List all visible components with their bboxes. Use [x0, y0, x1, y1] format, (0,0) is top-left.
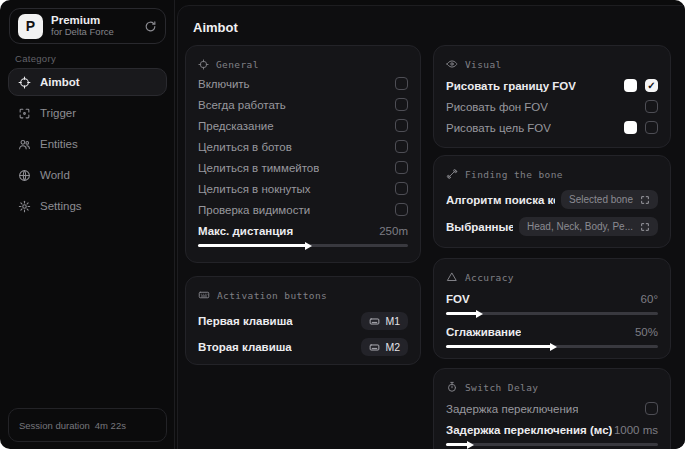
- checkbox[interactable]: ✓: [395, 140, 408, 153]
- app-window: P Premium for Delta Force Category Aimbo…: [0, 0, 685, 449]
- check-icon: ✓: [647, 81, 655, 91]
- keyboard-icon: [198, 289, 210, 301]
- toggle-row: Включить ✓: [198, 73, 408, 94]
- product-subtitle: for Delta Force: [51, 27, 136, 38]
- sidebar-item-label: Entities: [40, 138, 78, 150]
- toggle-label: Предсказание: [198, 120, 274, 132]
- visual-label: Рисовать границу FOV: [446, 80, 576, 92]
- bone-row: Алгоритм поиска кост Selected bone: [446, 186, 658, 213]
- toggle-label: Включить: [198, 78, 250, 90]
- slider-thumb[interactable]: [550, 343, 557, 351]
- slider-thumb[interactable]: [305, 242, 312, 250]
- card-title: Accuracy: [465, 272, 514, 283]
- session-label: Session duration: [19, 420, 90, 431]
- sidebar-item-world[interactable]: World: [8, 161, 167, 189]
- checkbox[interactable]: ✓: [395, 182, 408, 195]
- slider-fill: [446, 312, 478, 315]
- checkbox[interactable]: ✓: [645, 79, 658, 92]
- checkbox[interactable]: ✓: [395, 77, 408, 90]
- keybind-button-m2[interactable]: M2: [361, 338, 408, 356]
- checkbox[interactable]: ✓: [645, 402, 658, 415]
- sidebar-item-label: Trigger: [40, 107, 76, 119]
- card-title: Switch Delay: [465, 382, 538, 393]
- color-swatch[interactable]: [624, 79, 637, 92]
- finding-bone-card: Finding the bone Алгоритм поиска кост Se…: [433, 155, 671, 248]
- bone-algorithm-select[interactable]: Selected bone: [561, 190, 658, 209]
- toggle-label: Всегда работать: [198, 99, 286, 111]
- toggle-label: Целиться в нокнутых: [198, 183, 311, 195]
- keybind-value: M1: [385, 315, 400, 327]
- slider-label-row: FOV 60°: [446, 288, 658, 309]
- sidebar-item-label: World: [40, 169, 70, 181]
- keybind-button-m1[interactable]: M1: [361, 312, 408, 330]
- expand-icon: [640, 222, 650, 232]
- selected-bones-select[interactable]: Head, Neck, Body, Pe...: [519, 217, 658, 236]
- smoothing-slider[interactable]: [446, 345, 658, 348]
- visual-label: Рисовать фон FOV: [446, 101, 548, 113]
- keybind-row: Вторая клавиша M2: [198, 334, 408, 360]
- visual-row: Рисовать границу FOV ✓: [446, 75, 658, 96]
- sidebar-item-entities[interactable]: Entities: [8, 130, 167, 158]
- entities-icon: [18, 138, 31, 151]
- general-rows: Включить ✓ Всегда работать ✓ Предсказани…: [198, 73, 408, 253]
- fov-slider[interactable]: [446, 312, 658, 315]
- slider-label-row: Макс. дистанция 250m: [198, 220, 408, 241]
- slider-label: Задержка переключения (мс): [446, 424, 612, 436]
- visual-row: Рисовать фон FOV ✓: [446, 96, 658, 117]
- card-title: Visual: [465, 59, 502, 70]
- toggle-row: Целиться в тиммейтов ✓: [198, 157, 408, 178]
- sidebar-item-trigger[interactable]: Trigger: [8, 99, 167, 127]
- crosshair-icon: [198, 59, 209, 70]
- eye-icon: [446, 58, 458, 70]
- toggle-label: Проверка видимости: [198, 204, 310, 216]
- general-card: General Включить ✓ Всегда работать ✓ Пре…: [185, 45, 421, 263]
- checkbox[interactable]: ✓: [395, 98, 408, 111]
- visual-card: Visual Рисовать границу FOV ✓ Рисовать ф…: [433, 45, 671, 148]
- checkbox[interactable]: ✓: [645, 100, 658, 113]
- toggle-row: Предсказание ✓: [198, 115, 408, 136]
- max-distance-slider[interactable]: [198, 244, 408, 247]
- toggle-label: Целиться в тиммейтов: [198, 162, 319, 174]
- refresh-icon[interactable]: [144, 20, 157, 33]
- select-value: Head, Neck, Body, Pe...: [527, 221, 633, 232]
- crosshair-icon: [18, 76, 31, 89]
- checkbox[interactable]: ✓: [645, 121, 658, 134]
- switch-delay-card: Switch Delay Задержка переключения ✓ Зад…: [433, 368, 671, 449]
- sidebar: P Premium for Delta Force Category Aimbo…: [0, 0, 175, 449]
- stopwatch-icon: [446, 381, 458, 393]
- card-title: Activation buttons: [217, 290, 327, 301]
- checkbox[interactable]: ✓: [395, 119, 408, 132]
- toggle-row: Всегда работать ✓: [198, 94, 408, 115]
- checkbox[interactable]: ✓: [395, 203, 408, 216]
- bone-label: Алгоритм поиска кост: [446, 194, 555, 206]
- bone-card-header: Finding the bone: [446, 165, 658, 183]
- toggle-row: Целиться в нокнутых ✓: [198, 178, 408, 199]
- slider-label-row: Сглаживание 50%: [446, 321, 658, 342]
- session-duration-box: Session duration 4m 22s: [8, 408, 167, 442]
- triangle-icon: [446, 271, 458, 283]
- keybind-row: Первая клавиша M1: [198, 308, 408, 334]
- sidebar-item-label: Settings: [40, 200, 82, 212]
- sidebar-item-settings[interactable]: Settings: [8, 192, 167, 220]
- premium-meta: Premium for Delta Force: [51, 14, 136, 38]
- premium-license-box: P Premium for Delta Force: [9, 8, 166, 44]
- checkbox[interactable]: ✓: [395, 161, 408, 174]
- slider-thumb[interactable]: [476, 310, 483, 318]
- sidebar-menu: Aimbot Trigger Entities: [8, 68, 167, 220]
- slider-value: 60°: [641, 293, 658, 305]
- bone-row: Выбранные кос Head, Neck, Body, Pe...: [446, 213, 658, 240]
- slider-label: FOV: [446, 293, 470, 305]
- keybind-value: M2: [385, 341, 400, 353]
- accuracy-card-header: Accuracy: [446, 268, 658, 286]
- visual-row: Рисовать цель FOV ✓: [446, 117, 658, 138]
- gear-icon: [18, 200, 31, 213]
- toggle-row: Задержка переключения ✓: [446, 398, 658, 419]
- session-value: 4m 22s: [95, 420, 126, 431]
- general-card-header: General: [198, 55, 408, 73]
- switch-delay-slider[interactable]: [446, 443, 658, 446]
- slider-thumb[interactable]: [467, 441, 474, 449]
- card-title: General: [216, 59, 259, 70]
- color-swatch[interactable]: [624, 121, 637, 134]
- slider-label: Сглаживание: [446, 326, 521, 338]
- sidebar-item-aimbot[interactable]: Aimbot: [8, 68, 167, 96]
